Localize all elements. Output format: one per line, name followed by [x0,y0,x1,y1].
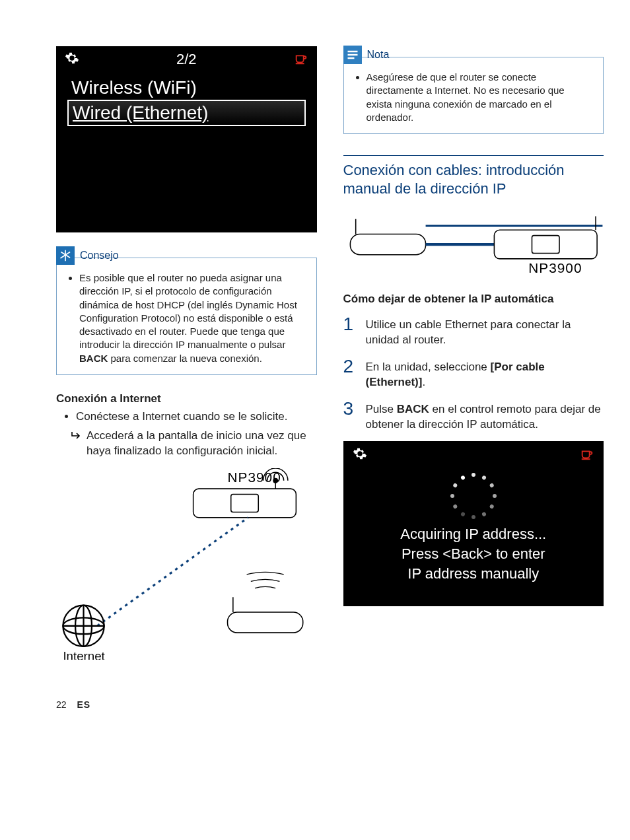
diagram1-device-label: NP3900 [228,469,281,484]
acq-line3: IP address manually [350,564,598,584]
tip-text-a: Es posible que el router no pueda asigna… [79,272,297,350]
step-3: 3 Pulse BACK en el control remoto para d… [343,400,604,433]
device-screen-menu: 2/2 Wireless (WiFi) Wired (Ethernet) [56,46,317,232]
step-1: 1 Utilice un cable Ethernet para conecta… [343,315,604,348]
note-title: Nota [367,48,390,62]
svg-rect-4 [228,612,303,633]
connect-internet-heading: Conexión a Internet [56,392,317,405]
connect-bullet: Conéctese a Internet cuando se le solici… [76,409,317,425]
note-text: Asegúrese de que el router se conecte di… [367,71,593,124]
wired-diagram: NP3900 [343,207,604,275]
step-2a: En la unidad, seleccione [366,361,491,373]
connect-sub-text: Accederá a la pantalla de inicio una vez… [87,429,317,459]
svg-rect-14 [532,236,559,254]
page-number: 22 [56,699,67,710]
coffee-cup-icon [580,446,594,464]
gear-icon [65,51,79,68]
wifi-diagram: NP3900 [56,468,317,660]
acq-line2: Press <Back> to enter [350,544,598,564]
tip-title: Consejo [80,248,119,263]
acq-line1: Acquiring IP address... [350,524,598,544]
radio-waves-icon [247,572,284,588]
section-title: Conexión con cables: introducción manual… [343,161,604,197]
spinner-icon [450,473,497,519]
step-3b: BACK [397,403,429,415]
diagram2-device-label: NP3900 [528,260,582,275]
asterisk-icon [56,246,75,265]
note-callout: Nota Asegúrese de que el router se conec… [343,57,604,134]
section-rule [343,155,604,156]
svg-rect-0 [193,489,297,518]
diagram1-internet-label: Internet [63,648,105,660]
menu-item-wired[interactable]: Wired (Ethernet) [67,100,306,126]
gear-icon [353,446,367,464]
step-num-3: 3 [343,400,357,433]
coffee-cup-icon [294,51,308,68]
page-footer: 22 ES [0,686,630,723]
step-num-2: 2 [343,357,357,390]
tip-callout: Consejo Es posible que el router no pued… [56,258,317,375]
wireless-link-line [97,517,248,625]
svg-rect-11 [350,234,425,255]
step-1-text: Utilice un cable Ethernet para conectar … [366,315,604,348]
step-2c: . [422,376,425,388]
step-2: 2 En la unidad, seleccione [Por cable (E… [343,357,604,390]
svg-rect-1 [231,494,259,512]
sub-arrow-icon [71,430,81,459]
step-3a: Pulse [366,403,397,415]
router-icon [350,219,425,255]
note-lines-icon [343,46,362,64]
device-screen-acquiring: Acquiring IP address... Press <Back> to … [343,441,604,606]
tip-text-bold: BACK [79,353,108,364]
globe-icon [63,605,104,646]
menu-page-counter: 2/2 [176,51,197,68]
stop-auto-heading: Cómo dejar de obtener la IP automática [343,293,604,306]
page-lang: ES [77,699,90,710]
menu-item-wifi[interactable]: Wireless (WiFi) [67,76,306,100]
step-num-1: 1 [343,315,357,348]
tip-text-b: para comenzar la nueva conexión. [108,353,262,364]
svg-rect-13 [494,230,597,259]
router-icon [228,597,303,633]
np3900-device-icon [494,217,597,259]
